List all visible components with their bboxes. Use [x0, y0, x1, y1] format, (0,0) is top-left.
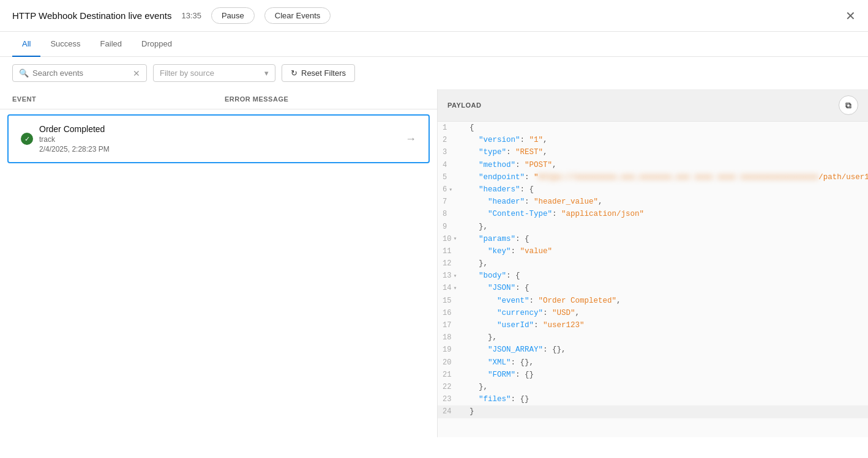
tabs-bar: All Success Failed Dropped: [0, 32, 868, 57]
table-header: EVENT ERROR MESSAGE: [0, 89, 437, 109]
events-panel: EVENT ERROR MESSAGE ✓ Order Completed tr…: [0, 89, 438, 437]
code-line: 7 "header": "header_value",: [438, 196, 868, 208]
tab-failed[interactable]: Failed: [91, 32, 132, 57]
pause-button[interactable]: Pause: [211, 7, 255, 24]
code-line: 9 },: [438, 221, 868, 233]
main-content: EVENT ERROR MESSAGE ✓ Order Completed tr…: [0, 89, 868, 437]
filter-source-label: Filter by source: [160, 68, 214, 78]
code-line: 20 "XML": {},: [438, 356, 868, 369]
search-input-wrap: 🔍 ✕: [12, 64, 147, 82]
code-line: 11 "key": "value": [438, 245, 868, 257]
clear-search-button[interactable]: ✕: [133, 69, 140, 78]
event-status-icon: ✓: [21, 133, 33, 145]
code-line: 3 "type": "REST",: [438, 146, 868, 158]
event-name: Order Completed: [39, 124, 405, 134]
search-input[interactable]: [32, 68, 129, 78]
tab-all[interactable]: All: [12, 32, 40, 57]
code-container[interactable]: 1 { 2 "version": "1", 3 "type": "REST", …: [438, 122, 868, 437]
tab-success[interactable]: Success: [40, 32, 90, 57]
code-line: 24 }: [438, 405, 868, 418]
filters-bar: 🔍 ✕ Filter by source ▾ ↻ Reset Filters: [0, 57, 868, 89]
search-icon: 🔍: [19, 68, 29, 78]
col-error-header: ERROR MESSAGE: [212, 95, 425, 103]
table-row[interactable]: ✓ Order Completed track 2/4/2025, 2:28:2…: [7, 114, 430, 163]
code-line: 5 "endpoint": "https://xxxxxxxxx.xxx.xxx…: [438, 171, 868, 183]
code-line: 21 "FORM": {}: [438, 369, 868, 381]
tab-dropped[interactable]: Dropped: [132, 32, 182, 57]
code-line: 6 ▾ "headers": {: [438, 183, 868, 196]
copy-button[interactable]: ⧉: [839, 95, 858, 115]
filter-source-dropdown[interactable]: Filter by source ▾: [153, 64, 275, 82]
copy-icon: ⧉: [845, 100, 851, 111]
code-line: 14 ▾ "JSON": {: [438, 282, 868, 294]
code-line: 23 "files": {}: [438, 393, 868, 405]
payload-header: PAYLOAD ⧉: [438, 89, 868, 122]
code-line: 1 {: [438, 122, 868, 134]
clear-events-button[interactable]: Clear Events: [264, 7, 331, 24]
page-title: HTTP Webhook Destination live events: [12, 10, 171, 21]
payload-panel: PAYLOAD ⧉ 1 { 2 "version": "1", 3 "type"…: [438, 89, 868, 437]
code-line: 4 "method": "POST",: [438, 159, 868, 171]
payload-title: PAYLOAD: [447, 102, 481, 109]
code-line: 22 },: [438, 381, 868, 393]
event-time: 2/4/2025, 2:28:23 PM: [39, 145, 405, 153]
code-line: 8 "Content-Type": "application/json": [438, 208, 868, 220]
code-line: 17 "userId": "user123": [438, 319, 868, 331]
chevron-down-icon: ▾: [264, 68, 269, 78]
code-line: 15 "event": "Order Completed",: [438, 295, 868, 307]
code-line: 19 "JSON_ARRAY": {},: [438, 344, 868, 356]
reset-filters-button[interactable]: ↻ Reset Filters: [282, 64, 355, 82]
header: HTTP Webhook Destination live events 13:…: [0, 0, 868, 32]
code-line: 18 },: [438, 331, 868, 344]
code-line: 16 "currency": "USD",: [438, 307, 868, 319]
event-type: track: [39, 135, 405, 144]
code-line: 2 "version": "1",: [438, 134, 868, 146]
code-line: 10 ▾ "params": {: [438, 233, 868, 245]
col-event-header: EVENT: [12, 95, 212, 103]
event-info: Order Completed track 2/4/2025, 2:28:23 …: [39, 124, 405, 153]
close-button[interactable]: ✕: [845, 10, 856, 22]
reset-icon: ↻: [291, 68, 297, 78]
header-time: 13:35: [181, 11, 201, 20]
code-line: 13 ▾ "body": {: [438, 270, 868, 282]
arrow-icon: →: [405, 133, 416, 146]
code-line: 12 },: [438, 257, 868, 270]
